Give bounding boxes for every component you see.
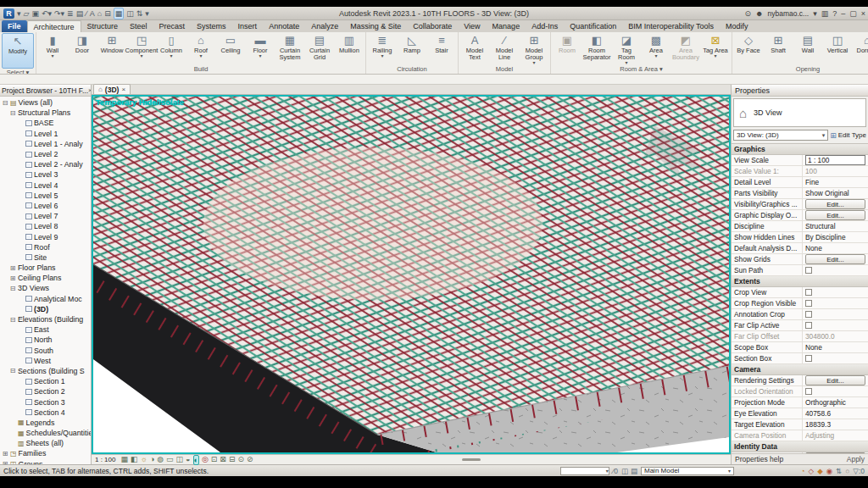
prop-checkbox-far-clip-active[interactable] — [805, 322, 812, 329]
project-browser-close-icon[interactable]: × — [88, 86, 91, 94]
tree-item-level-7[interactable]: Level 7 — [0, 211, 91, 221]
properties-section-extents[interactable]: Extents — [732, 276, 868, 287]
ribbon-button-window[interactable]: ⊞Window — [97, 33, 126, 54]
tree-item-section-4[interactable]: Section 4 — [0, 408, 91, 418]
tree-item-section-3[interactable]: Section 3 — [0, 396, 91, 407]
project-browser-header[interactable]: Project Browser - 10TH F... × — [0, 85, 91, 97]
close-icon[interactable]: × — [861, 9, 865, 18]
tab-precast[interactable]: Precast — [153, 20, 192, 32]
zoom-dropdown[interactable]: ▾ — [560, 467, 609, 475]
sun-path-icon[interactable]: ☼ — [141, 455, 147, 465]
3d-slab-scene[interactable] — [93, 97, 729, 452]
ribbon-button-vertical[interactable]: ◫Vertical — [823, 33, 852, 54]
tree-item-roof[interactable]: Roof — [0, 242, 91, 252]
measure-icon[interactable]: ∕ — [86, 8, 87, 19]
help-icon[interactable]: ? — [832, 9, 837, 18]
tab-insert[interactable]: Insert — [232, 20, 264, 32]
ribbon-panel-label-model[interactable]: Model — [459, 65, 550, 74]
prop-checkbox-annotation-crop[interactable] — [805, 311, 812, 318]
tree-item-level-8[interactable]: Level 8 — [0, 221, 91, 231]
save-icon[interactable]: ▣ — [31, 8, 39, 19]
selection-filter-icon[interactable]: ▽:0 — [853, 467, 865, 475]
view-tab-3d[interactable]: ⌂ (3D) × — [93, 84, 131, 94]
type-selector-box[interactable]: ⌂ 3D View — [733, 98, 866, 127]
ribbon-button-tag-room[interactable]: ◪Tag Room▾ — [612, 33, 641, 65]
tab-analyze[interactable]: Analyze — [305, 20, 344, 32]
tree-item-north[interactable]: North — [0, 335, 91, 345]
prop-button-show-grids[interactable]: Edit... — [805, 254, 865, 264]
ribbon-button-tag-area[interactable]: ⊠Tag Area▾ — [701, 33, 730, 58]
close-inactive-windows-icon[interactable]: ◫ — [126, 8, 134, 19]
ribbon-button-model-line[interactable]: ∕Model Line — [490, 33, 519, 61]
user-interface-icon[interactable]: ⇅ — [136, 8, 143, 19]
app-arrow-icon[interactable]: ▾ — [17, 8, 21, 19]
tree-item-structural-plans[interactable]: ⊟Structural Plans — [0, 108, 91, 118]
ribbon-button-area[interactable]: ▩Area▾ — [642, 33, 670, 58]
prop-checkbox-sun-path[interactable] — [805, 267, 812, 274]
reveal-hidden-icon[interactable]: ◎ — [202, 455, 209, 465]
tree-item-sheets-all[interactable]: ▥Sheets (all) — [0, 438, 91, 448]
tree-item-ceiling-plans[interactable]: ⊞Ceiling Plans — [0, 273, 91, 283]
tree-item-site[interactable]: Site — [0, 252, 91, 263]
ribbon-panel-label-opening[interactable]: Opening — [732, 65, 868, 74]
tab-steel[interactable]: Steel — [124, 20, 153, 32]
prop-button-visibility-graphics[interactable]: Edit... — [805, 199, 865, 209]
ribbon-button-mullion[interactable]: ▥Mullion — [335, 33, 364, 54]
sync-icon[interactable]: ▤ — [76, 8, 84, 19]
tab-structure[interactable]: Structure — [81, 20, 125, 32]
background-processes-icon[interactable]: ◔ — [800, 467, 804, 475]
ribbon-button-area-boundary[interactable]: ◩Area Boundary — [671, 33, 700, 61]
collapse-icon[interactable]: ⊟ — [9, 285, 16, 292]
crop-region-icon[interactable]: ◫ — [176, 455, 184, 465]
ribbon-button-ramp[interactable]: ◺Ramp — [398, 33, 426, 54]
select-links-icon[interactable]: ◇ — [809, 467, 815, 475]
tree-item-elevations-building[interactable]: ⊟Elevations (Building — [0, 314, 91, 324]
ribbon-panel-label-circulation[interactable]: Circulation — [366, 65, 458, 74]
tree-item-floor-plans[interactable]: ⊞Floor Plans — [0, 263, 91, 273]
ribbon-button-dormer[interactable]: ⌂Dormer — [853, 33, 868, 54]
collapse-icon[interactable]: ⊟ — [9, 109, 16, 117]
ribbon-button-modify[interactable]: ↖Modify — [2, 33, 34, 69]
edit-type-button[interactable]: ⊞ Edit Type — [830, 131, 866, 140]
ribbon-button-door[interactable]: ◨Door — [68, 33, 97, 54]
tab-modify[interactable]: Modify — [720, 20, 754, 32]
prop-checkbox-crop-region-visible[interactable] — [805, 300, 812, 307]
properties-section-camera[interactable]: Camera — [732, 364, 868, 375]
tab-collaborate[interactable]: Collaborate — [407, 20, 458, 32]
worksets-icon[interactable]: ◫ — [621, 467, 628, 475]
ribbon-button-railing[interactable]: ≣Railing▾ — [368, 33, 397, 58]
tree-item-west[interactable]: West — [0, 356, 91, 366]
design-option-dropdown[interactable]: Main Model ▾ — [641, 467, 734, 475]
ribbon-button-component[interactable]: ◳Component▾ — [127, 33, 156, 58]
ribbon-button-room[interactable]: ▣Room — [553, 33, 581, 54]
properties-help-link[interactable]: Properties help — [735, 455, 783, 463]
ribbon-button-roof[interactable]: ⌂Roof▾ — [186, 33, 215, 58]
tree-item-level-3[interactable]: Level 3 — [0, 169, 91, 180]
tab-file[interactable]: File — [2, 20, 27, 32]
tab-systems[interactable]: Systems — [191, 20, 232, 32]
select-underlay-icon[interactable]: ◆ — [817, 467, 823, 475]
tree-item-schedules-quantitie[interactable]: ▦Schedules/Quantitie — [0, 428, 91, 438]
minimize-icon[interactable]: – — [841, 9, 845, 18]
text-icon[interactable]: A — [90, 8, 95, 19]
collapse-icon[interactable]: ⊟ — [9, 367, 16, 374]
user-dropdown-icon[interactable]: ▾ — [813, 9, 817, 18]
tree-item-level-2-analy[interactable]: Level 2 - Analy — [0, 159, 91, 169]
user-avatar-icon[interactable]: ☻ — [755, 9, 763, 18]
view-selector-dropdown[interactable]: 3D View: (3D) ▾ — [733, 130, 828, 141]
collapse-icon[interactable]: ⊟ — [9, 316, 16, 324]
ribbon-button-floor[interactable]: ▬Floor▾ — [246, 33, 275, 58]
detail-level-icon[interactable]: ▦ — [120, 455, 128, 465]
horizontal-scrollbar-thumb[interactable] — [462, 458, 481, 461]
ribbon-button-column[interactable]: ▯Column▾ — [157, 33, 186, 58]
tab-add-ins[interactable]: Add-Ins — [526, 20, 564, 32]
ribbon-panel-label-select[interactable]: Select ▾ — [0, 69, 36, 75]
tree-item-section-1[interactable]: Section 1 — [0, 376, 91, 386]
tab-massing-site[interactable]: Massing & Site — [344, 20, 407, 32]
visual-style-icon[interactable]: ◧ — [131, 455, 138, 465]
print-icon[interactable]: ≣ — [67, 8, 74, 19]
tab-bim-interoperability-tools[interactable]: BIM Interoperability Tools — [622, 20, 720, 32]
user-name[interactable]: nybamao.c... — [767, 9, 809, 18]
collapse-icon[interactable]: ⊟ — [2, 99, 8, 107]
ribbon-button-model-group[interactable]: ⊞Model Group▾ — [520, 33, 548, 65]
